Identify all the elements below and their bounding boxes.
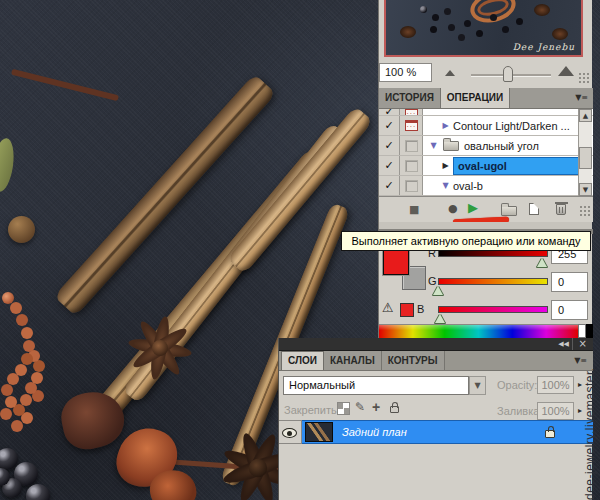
scroll-up-button[interactable]: ▲	[579, 109, 592, 122]
mini-anise	[400, 26, 416, 38]
dialog-toggle[interactable]	[400, 176, 423, 195]
visibility-cell[interactable]	[279, 420, 302, 444]
tab-channels[interactable]: КАНАЛЫ	[324, 351, 382, 370]
fill-label: Заливка:	[497, 405, 542, 417]
action-checkmark[interactable]: ✓	[379, 176, 400, 195]
close-panel-icon[interactable]: ×	[572, 338, 587, 350]
channel-label-b: B	[417, 303, 429, 315]
blend-mode-dropdown[interactable]: Нормальный	[283, 376, 469, 395]
action-row-clipped[interactable]: ✓ Light/Darken ...	[379, 109, 593, 116]
dialog-toggle[interactable]	[400, 109, 423, 115]
zoom-slider-thumb[interactable]	[503, 66, 513, 82]
action-checkmark[interactable]: ✓	[379, 116, 400, 135]
expand-open-icon[interactable]: ▼	[426, 142, 441, 150]
folder-icon	[443, 141, 459, 151]
lock-all-icon[interactable]	[390, 406, 399, 413]
selected-action-highlight: oval-ugol	[453, 157, 579, 175]
tab-history[interactable]: ИСТОРИЯ	[379, 88, 441, 108]
panel-menu-icon[interactable]: ▼≡	[575, 94, 588, 102]
panel-resize-grip[interactable]	[579, 205, 591, 216]
color-spectrum-ramp[interactable]	[379, 324, 578, 338]
tab-actions[interactable]: ОПЕРАЦИИ	[441, 88, 510, 108]
zoom-percent-field[interactable]: 100 %	[379, 63, 432, 82]
zoom-in-icon[interactable]	[558, 66, 574, 76]
scroll-down-button[interactable]: ▼	[579, 183, 592, 196]
actions-scrollbar[interactable]: ▲ ▼	[578, 109, 592, 196]
layer-thumbnail[interactable]	[305, 422, 333, 442]
spectrum-black-swatch[interactable]	[586, 324, 593, 338]
collapse-panel-icon[interactable]: ◀◀	[558, 340, 569, 349]
copper-spiral	[467, 0, 519, 27]
record-button[interactable]: ●	[448, 203, 458, 214]
layers-panel: ◀◀ × СЛОИКАНАЛЫКОНТУРЫ ▼≡ Нормальный ▼ O…	[278, 338, 592, 500]
fill-field[interactable]: 100%	[537, 402, 574, 420]
red-slider-thumb[interactable]	[537, 258, 547, 267]
lock-position-icon[interactable]: +	[372, 399, 380, 415]
lock-label: Закрепить:	[284, 404, 340, 416]
stop-button[interactable]: ■	[409, 204, 419, 215]
opacity-slider-arrow[interactable]: ▸	[578, 380, 582, 390]
empty-toggle-box	[405, 140, 418, 152]
actions-list: ✓ Light/Darken ... ✓ ▶ Contour Light/Dar…	[379, 109, 593, 196]
spectrum-white-swatch[interactable]	[578, 324, 586, 338]
lock-pixels-icon[interactable]: ✎	[355, 400, 365, 414]
black-bead	[26, 484, 50, 500]
new-set-button[interactable]	[501, 206, 517, 216]
dialog-toggle[interactable]	[400, 156, 423, 175]
chevron-down-icon[interactable]: ▼	[469, 376, 486, 395]
red-slider[interactable]	[438, 250, 548, 257]
dialog-icon	[405, 109, 418, 116]
play-button[interactable]: ▶	[468, 202, 478, 213]
blue-slider-thumb[interactable]	[435, 314, 445, 323]
action-checkmark[interactable]: ✓	[379, 136, 400, 155]
dialog-toggle[interactable]	[400, 136, 423, 155]
action-set-row[interactable]: ✓ ▼ овальный угол	[379, 136, 593, 156]
action-checkmark[interactable]: ✓	[379, 109, 400, 115]
gamut-closest-swatch[interactable]	[400, 303, 414, 317]
layers-tab-bar: СЛОИКАНАЛЫКОНТУРЫ ▼≡	[279, 351, 593, 371]
action-row[interactable]: ✓ ▼ oval-b	[379, 176, 593, 196]
blue-value-field[interactable]: 0	[551, 300, 588, 320]
action-label: oval-ugol	[458, 160, 507, 172]
empty-toggle-box	[405, 180, 418, 192]
gamut-warning-icon[interactable]: ⚠	[382, 301, 394, 315]
navigator-thumbnail[interactable]: Dee Jenebu	[384, 0, 583, 57]
delete-button[interactable]	[556, 204, 566, 215]
actions-button-bar: ■ ● ▶	[379, 196, 593, 222]
tooltip: Выполняет активную операцию или команду	[341, 231, 591, 251]
actions-tab-bar: ИСТОРИЯОПЕРАЦИИ ▼≡	[379, 88, 593, 109]
lock-transparency-icon[interactable]	[337, 402, 350, 415]
opacity-field[interactable]: 100%	[537, 376, 574, 394]
scroll-thumb[interactable]	[579, 147, 592, 169]
fill-slider-arrow[interactable]: ▸	[578, 406, 582, 416]
green-slider-thumb[interactable]	[433, 286, 443, 295]
layer-row[interactable]: Задний план	[279, 420, 593, 444]
action-label: oval-b	[453, 180, 483, 192]
blue-slider[interactable]	[438, 306, 548, 313]
actions-panel: ИСТОРИЯОПЕРАЦИИ ▼≡ ✓ Light/Darken ... ✓ …	[378, 88, 592, 222]
photoshop-window: Dee Jenebu 100 % ИСТОРИЯОПЕРАЦИИ ▼≡ ✓ Li…	[0, 0, 600, 500]
green-value-field[interactable]: 0	[551, 272, 588, 292]
foreground-color-swatch[interactable]	[383, 249, 409, 275]
tab-layers[interactable]: СЛОИ	[281, 351, 324, 370]
action-row-selected[interactable]: ✓ ▶ oval-ugol	[379, 156, 593, 176]
expand-collapsed-icon[interactable]: ▶	[438, 122, 453, 130]
dialog-toggle[interactable]	[400, 116, 423, 135]
mini-anise	[552, 28, 568, 40]
navigator-panel: Dee Jenebu 100 %	[378, 0, 592, 88]
zoom-out-icon[interactable]	[445, 70, 455, 76]
action-checkmark[interactable]: ✓	[379, 156, 400, 175]
tab-paths[interactable]: КОНТУРЫ	[382, 351, 445, 370]
layer-name: Задний план	[342, 426, 407, 438]
expand-open-icon[interactable]: ▼	[438, 182, 453, 190]
green-slider[interactable]	[438, 278, 548, 285]
cinnamon-stick	[53, 73, 276, 316]
panel-resize-grip[interactable]	[578, 72, 590, 83]
new-action-button[interactable]	[529, 203, 539, 215]
panel-menu-icon[interactable]: ▼≡	[574, 357, 587, 365]
selected-layer-highlight[interactable]: Задний план	[302, 420, 593, 444]
twig	[11, 69, 119, 101]
bead-cluster	[420, 6, 427, 13]
expand-collapsed-icon[interactable]: ▶	[438, 162, 453, 170]
action-row[interactable]: ✓ ▶ Contour Light/Darken ...	[379, 116, 593, 136]
